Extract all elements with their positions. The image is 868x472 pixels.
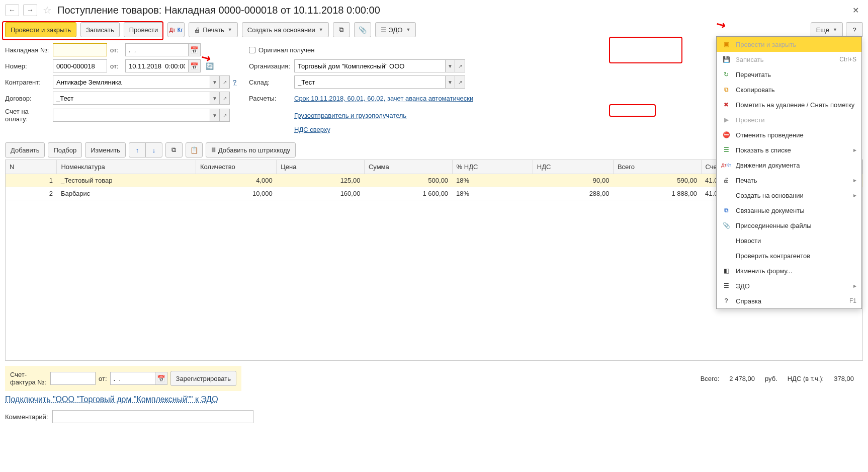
related-icon: ⧉ (339, 26, 343, 34)
nav-back-button[interactable]: ← (5, 4, 19, 16)
original-received-label: Оригинал получен (258, 46, 314, 54)
write-button[interactable]: Записать (80, 22, 120, 37)
menu-reread[interactable]: ↻Перечитать (717, 67, 861, 82)
org-input[interactable] (294, 59, 445, 72)
menu-check-counterparties[interactable]: Проверить контрагентов (717, 248, 861, 263)
counterparty-dropdown[interactable]: ▼ (210, 75, 220, 89)
invoice-pay-dropdown[interactable]: ▼ (210, 109, 220, 122)
post-icon: ▶ (722, 115, 731, 124)
cancel-post-icon: ⛔ (722, 130, 731, 139)
contract-dropdown[interactable]: ▼ (210, 92, 220, 105)
help-icon: ? (722, 296, 731, 305)
more-button[interactable]: Еще ▼ (811, 22, 843, 37)
register-button[interactable]: Зарегистрировать (170, 371, 236, 386)
from-label: от: (110, 46, 122, 54)
invoice-date-input[interactable] (125, 43, 189, 56)
calc-label: Расчеты: (249, 95, 294, 102)
menu-print[interactable]: 🖨Печать▸ (717, 173, 861, 188)
sf-no-input[interactable] (50, 372, 96, 385)
column-header[interactable]: НДС (533, 160, 613, 174)
calendar-button[interactable]: 📅 (189, 43, 201, 56)
invoice-footer: Счет-фактура №: от: 📅 Зарегистрировать (5, 366, 241, 391)
menu-show-list[interactable]: ☰Показать в списке▸ (717, 142, 861, 158)
menu-post[interactable]: ▶Провести (717, 112, 861, 127)
column-header[interactable]: Количество (196, 160, 277, 174)
warehouse-dropdown[interactable]: ▼ (445, 75, 455, 89)
chevron-down-icon: ▼ (228, 27, 232, 32)
shipper-link[interactable]: Грузоотправитель и грузополучатель (294, 112, 406, 119)
contract-input[interactable] (53, 92, 210, 105)
close-button[interactable]: ✕ (848, 6, 863, 15)
menu-cancel-post[interactable]: ⛔Отменить проведение (717, 127, 861, 142)
warehouse-input[interactable] (294, 75, 445, 89)
chevron-down-icon: ▼ (319, 27, 323, 32)
column-header[interactable]: % НДС (452, 160, 533, 174)
menu-write[interactable]: 💾ЗаписатьCtrl+S (717, 52, 861, 67)
total-value: 2 478,00 (729, 375, 755, 382)
menu-post-close[interactable]: ▣Провести и закрыть (717, 37, 861, 52)
edo-icon: ☰ (381, 26, 387, 34)
create-based-button[interactable]: Создать на основании ▼ (242, 22, 329, 37)
refresh-icon[interactable]: 🔄 (206, 62, 214, 70)
nav-forward-button[interactable]: → (23, 4, 37, 16)
favorite-star-icon[interactable]: ☆ (41, 4, 53, 16)
counterparty-info-link[interactable]: ? (233, 78, 236, 86)
menu-attached[interactable]: 📎Присоединенные файлы (717, 218, 861, 233)
attach-button[interactable]: 📎 (354, 22, 371, 37)
sf-calendar-button[interactable]: 📅 (155, 372, 167, 385)
warehouse-open[interactable]: ↗ (455, 75, 465, 89)
menu-create-based[interactable]: Создать на основании▸ (717, 188, 861, 203)
date-input[interactable] (125, 59, 189, 72)
copy-row-button[interactable]: ⧉ (165, 142, 183, 158)
column-header[interactable]: Всего (613, 160, 701, 174)
currency-label: руб. (765, 375, 777, 382)
menu-edo[interactable]: ☰ЭДО▸ (717, 278, 861, 293)
move-down-button[interactable]: ↓ (145, 142, 162, 158)
move-up-button[interactable]: ↑ (129, 142, 146, 158)
org-dropdown-button[interactable]: ▼ (445, 59, 455, 72)
calendar-button-2[interactable]: 📅 (189, 59, 201, 72)
contract-open[interactable]: ↗ (220, 92, 230, 105)
print-button[interactable]: 🖨 Печать ▼ (189, 22, 238, 37)
related-docs-button[interactable]: ⧉ (333, 22, 350, 37)
calc-link[interactable]: Срок 10.11.2018, 60.01, 60.02, зачет ава… (294, 95, 473, 102)
vat-link[interactable]: НДС сверху (294, 126, 330, 133)
original-received-checkbox[interactable] (249, 47, 255, 53)
invoice-pay-open[interactable]: ↗ (220, 109, 230, 122)
menu-mark-delete[interactable]: ✖Пометить на удаление / Снять пометку (717, 97, 861, 112)
column-header[interactable]: N (6, 160, 57, 174)
paste-row-button[interactable]: 📋 (186, 142, 203, 158)
column-header[interactable]: Сумма (364, 160, 452, 174)
edo-connect-link[interactable]: Подключить "ООО "Торговый дом "Комплексн… (5, 395, 218, 404)
add-by-barcode-button[interactable]: ⦀⦀ Добавить по штрихкоду (206, 142, 296, 158)
edo-button[interactable]: ☰ ЭДО ▼ (375, 22, 416, 37)
post-and-close-button[interactable]: Провести и закрыть (5, 22, 76, 37)
menu-related[interactable]: ⧉Связанные документы (717, 203, 861, 218)
calendar-icon: 📅 (190, 46, 199, 54)
menu-movements[interactable]: ДтКтДвижения документа (717, 158, 861, 173)
counterparty-input[interactable] (53, 75, 210, 89)
menu-help[interactable]: ?СправкаF1 (717, 293, 861, 308)
column-header[interactable]: Цена (277, 160, 365, 174)
chevron-right-icon: ▸ (853, 146, 856, 153)
dtkt-button[interactable]: ДтКт (167, 22, 185, 37)
contract-label: Договор: (5, 95, 53, 102)
sf-date-input[interactable] (110, 372, 155, 385)
change-button[interactable]: Изменить (85, 142, 126, 158)
chevron-down-icon: ▼ (833, 27, 837, 32)
add-row-button[interactable]: Добавить (5, 142, 45, 158)
number-input[interactable] (53, 59, 107, 72)
invoice-pay-input[interactable] (53, 109, 210, 122)
invoice-no-input[interactable] (53, 43, 107, 56)
select-items-button[interactable]: Подбор (48, 142, 82, 158)
invoice-no-label: Накладная №: (5, 46, 53, 54)
menu-news[interactable]: Новости (717, 233, 861, 248)
comment-input[interactable] (52, 410, 253, 423)
help-button[interactable]: ? (846, 22, 863, 37)
org-open-button[interactable]: ↗ (455, 59, 465, 72)
menu-change-form[interactable]: ◧Изменить форму... (717, 263, 861, 278)
menu-copy[interactable]: ⧉Скопировать (717, 82, 861, 97)
column-header[interactable]: Номенклатура (57, 160, 196, 174)
post-button[interactable]: Провести (124, 22, 164, 37)
counterparty-open[interactable]: ↗ (220, 75, 230, 89)
